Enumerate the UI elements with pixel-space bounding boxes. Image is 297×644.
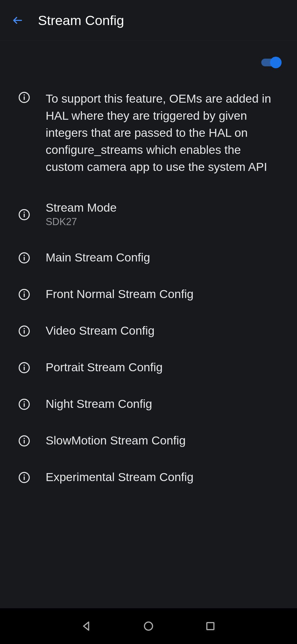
- svg-point-9: [24, 255, 25, 256]
- item-title: Front Normal Stream Config: [46, 287, 194, 301]
- content: To support this feature, OEMs are added …: [0, 41, 297, 495]
- info-icon: [18, 209, 30, 221]
- item-text: Main Stream Config: [46, 251, 150, 264]
- back-arrow-icon[interactable]: [11, 14, 24, 27]
- svg-point-21: [24, 401, 25, 402]
- list-item-night[interactable]: Night Stream Config: [0, 386, 297, 422]
- toggle-thumb: [270, 57, 282, 68]
- item-text: Experimental Stream Config: [46, 470, 194, 484]
- item-title: Experimental Stream Config: [46, 470, 194, 484]
- item-title: Portrait Stream Config: [46, 361, 163, 374]
- info-icon: [18, 252, 30, 264]
- svg-point-3: [24, 94, 25, 95]
- item-text: Front Normal Stream Config: [46, 287, 194, 301]
- item-text: SlowMotion Stream Config: [46, 434, 186, 447]
- system-navbar: [0, 608, 297, 644]
- info-icon: [18, 435, 30, 447]
- info-icon: [18, 325, 30, 337]
- svg-point-24: [24, 438, 25, 439]
- svg-rect-30: [207, 623, 214, 630]
- info-icon: [18, 288, 30, 301]
- master-toggle[interactable]: [260, 57, 282, 68]
- nav-recent-icon[interactable]: [202, 618, 219, 634]
- list-item-front-normal[interactable]: Front Normal Stream Config: [0, 276, 297, 312]
- description-row: To support this feature, OEMs are added …: [0, 77, 297, 189]
- app-header: Stream Config: [0, 0, 297, 41]
- nav-back-icon[interactable]: [78, 618, 95, 634]
- page-title: Stream Config: [38, 13, 124, 28]
- info-icon: [18, 471, 30, 484]
- item-title: Main Stream Config: [46, 251, 150, 264]
- list-item-portrait[interactable]: Portrait Stream Config: [0, 349, 297, 386]
- item-text: Night Stream Config: [46, 397, 152, 411]
- list-item-main-stream[interactable]: Main Stream Config: [0, 239, 297, 276]
- svg-point-27: [24, 474, 25, 476]
- item-text: Video Stream Config: [46, 324, 155, 337]
- item-title: Video Stream Config: [46, 324, 155, 337]
- nav-home-icon[interactable]: [140, 618, 157, 634]
- info-icon: [18, 398, 30, 410]
- toggle-row: [0, 41, 297, 77]
- item-title: Stream Mode: [46, 201, 117, 214]
- info-icon: [18, 91, 30, 103]
- list-item-video[interactable]: Video Stream Config: [0, 312, 297, 349]
- item-text: Stream Mode SDK27: [46, 201, 117, 228]
- list-item-stream-mode[interactable]: Stream Mode SDK27: [0, 189, 297, 239]
- svg-point-6: [24, 212, 25, 213]
- info-icon: [18, 362, 30, 374]
- svg-point-15: [24, 328, 25, 329]
- item-title: SlowMotion Stream Config: [46, 434, 186, 447]
- svg-point-29: [144, 622, 152, 630]
- svg-point-12: [24, 291, 25, 293]
- item-title: Night Stream Config: [46, 397, 152, 411]
- svg-point-18: [24, 365, 25, 366]
- item-text: Portrait Stream Config: [46, 361, 163, 374]
- list-item-experimental[interactable]: Experimental Stream Config: [0, 459, 297, 495]
- svg-marker-28: [84, 622, 89, 630]
- item-subtitle: SDK27: [46, 216, 117, 228]
- description-text: To support this feature, OEMs are added …: [46, 90, 280, 176]
- list-item-slowmotion[interactable]: SlowMotion Stream Config: [0, 422, 297, 459]
